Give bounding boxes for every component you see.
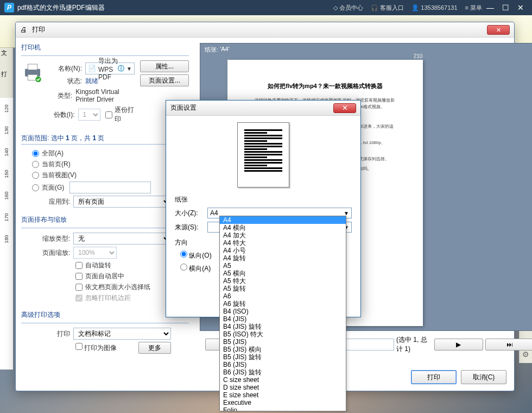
- nav-next-button[interactable]: ▶: [434, 339, 483, 351]
- paper-size-option[interactable]: A4 旋转: [220, 254, 346, 262]
- range-all-label: 全部(A): [42, 149, 64, 158]
- page-setup-button[interactable]: 页面设置...: [140, 74, 189, 86]
- sidebar-tab-1[interactable]: 文: [0, 48, 12, 58]
- printer-name-value: 导出为WPS PDF: [98, 57, 118, 81]
- landscape-label: 横向(A): [189, 265, 211, 272]
- paper-size-option[interactable]: B6 (JIS): [220, 361, 346, 368]
- apply-to-label: 应用到:: [21, 197, 70, 206]
- printer-section-label: 打印机: [21, 43, 189, 52]
- paper-size-option[interactable]: B4 (JIS) 旋转: [220, 323, 346, 330]
- scale-type-select[interactable]: 无: [73, 233, 171, 245]
- hamburger-icon: ≡: [465, 4, 468, 11]
- vertical-ruler: 120130140150160170180: [0, 98, 13, 370]
- print-as-image-label: 打印为图像: [84, 344, 117, 352]
- print-dialog-close[interactable]: ✕: [487, 25, 510, 35]
- sidebar-tab-2[interactable]: 打: [0, 69, 12, 79]
- print-what-label: 打印: [21, 329, 70, 339]
- type-label: 类型:: [49, 91, 72, 101]
- page-setup-close[interactable]: ✕: [333, 103, 356, 113]
- paper-size-option[interactable]: B4 (JIS): [220, 315, 346, 323]
- paper-size-option[interactable]: A5: [220, 262, 346, 270]
- support-link[interactable]: 🎧客服入口: [371, 4, 404, 12]
- printer-name-label: 名称(N):: [49, 64, 82, 73]
- paper-size-option[interactable]: A4 特大: [220, 239, 346, 247]
- size-label: 大小(Z):: [175, 209, 207, 218]
- more-options-button[interactable]: 更多: [138, 342, 171, 354]
- range-current-radio[interactable]: [32, 161, 39, 168]
- printer-icon: [21, 60, 44, 83]
- paper-label: 纸张:: [205, 46, 218, 54]
- paper-size-option[interactable]: A4 横向: [220, 224, 346, 231]
- paper-size-option[interactable]: E size sheet: [220, 391, 346, 399]
- paper-size-option[interactable]: B6 (JIS) 旋转: [220, 368, 346, 376]
- page-scale-select[interactable]: 100%: [73, 247, 117, 259]
- info-icon[interactable]: ⓘ: [118, 64, 124, 73]
- by-pdf-size-label: 依文档页面大小选择纸: [85, 283, 150, 292]
- member-center-link[interactable]: ◇会员中心: [333, 4, 363, 12]
- paper-size-option[interactable]: B5 (JIS) 旋转: [220, 353, 346, 361]
- paper-size-option[interactable]: B5 (JIS): [220, 338, 346, 346]
- paper-size-option[interactable]: A4 加大: [220, 231, 346, 239]
- range-info: 选中 1 页，共 1 页: [51, 134, 105, 142]
- paper-size-option[interactable]: A4: [220, 216, 346, 224]
- type-value: Kingsoft Virtual Printer Driver: [75, 88, 135, 103]
- paper-size-option[interactable]: Folio: [220, 406, 346, 411]
- pages-input[interactable]: [69, 182, 151, 193]
- collate-checkbox[interactable]: [105, 111, 112, 118]
- print-dialog-title: 打印: [32, 25, 45, 34]
- app-logo-icon: P: [4, 3, 14, 12]
- paper-size-dropdown[interactable]: A4A4 横向A4 加大A4 特大A4 小号A4 旋转A5A5 横向A5 特大A…: [219, 216, 346, 411]
- by-pdf-size-checkbox[interactable]: [75, 284, 83, 291]
- page-setup-title: 页面设置: [170, 103, 197, 112]
- minimize-button[interactable]: —: [483, 3, 497, 12]
- paper-size-option[interactable]: A6: [220, 292, 346, 300]
- app-title: pdf格式的文件迅捷PDF编辑器: [17, 3, 105, 12]
- paper-size-option[interactable]: A4 小号: [220, 247, 346, 254]
- range-view-radio[interactable]: [32, 172, 39, 179]
- apply-to-select[interactable]: 所有页面: [73, 196, 171, 208]
- landscape-radio-row[interactable]: 横向(A): [180, 264, 211, 273]
- adv-section-label: 高级打印选项: [21, 310, 189, 320]
- paper-size-option[interactable]: A5 特大: [220, 277, 346, 285]
- auto-center-label: 页面自动居中: [85, 272, 124, 281]
- landscape-radio[interactable]: [180, 264, 187, 271]
- paper-size-option[interactable]: A6 旋转: [220, 300, 346, 308]
- paper-size-option[interactable]: A5 横向: [220, 270, 346, 277]
- range-all-radio[interactable]: [32, 150, 39, 157]
- paper-size-option[interactable]: C size sheet: [220, 376, 346, 384]
- paper-size-option[interactable]: B5 (ISO) 特大: [220, 330, 346, 338]
- layout-section-label: 页面排布与缩放: [21, 215, 189, 224]
- scale-type-label: 缩放类型:: [21, 234, 70, 243]
- dropdown-arrow-icon: ▼: [344, 210, 349, 216]
- auto-rotate-checkbox[interactable]: [75, 262, 83, 269]
- main-menu[interactable]: ≡菜单: [465, 4, 482, 12]
- paper-size-option[interactable]: D size sheet: [220, 384, 346, 391]
- headset-icon: 🎧: [371, 4, 378, 11]
- account-phone[interactable]: 👤13538567131: [411, 4, 457, 11]
- paper-size-option[interactable]: B4 (ISO): [220, 308, 346, 315]
- print-as-image-checkbox[interactable]: [75, 343, 83, 350]
- page-scale-label: 页面缩放:: [21, 248, 70, 258]
- nav-last-button[interactable]: ⏭: [485, 339, 532, 351]
- print-what-select[interactable]: 文档和标记: [73, 328, 171, 340]
- auto-center-checkbox[interactable]: [75, 273, 83, 280]
- portrait-radio[interactable]: [180, 251, 187, 258]
- paper-size-option[interactable]: A5 旋转: [220, 285, 346, 292]
- portrait-radio-row[interactable]: 纵向(O): [180, 251, 212, 260]
- status-value: 就绪: [85, 77, 98, 86]
- paper-size-option[interactable]: B5 (JIS) 横向: [220, 346, 346, 353]
- range-pages-radio[interactable]: [32, 184, 39, 191]
- paper-size-option[interactable]: Executive: [220, 399, 346, 406]
- print-dialog-titlebar: 🖨 打印 ✕: [16, 22, 514, 37]
- range-section-label: 页面范围:: [21, 134, 49, 142]
- preview-width-label: 210: [200, 53, 532, 59]
- ignore-margin-checkbox: [75, 295, 83, 302]
- status-label: 状态:: [49, 77, 82, 86]
- maximize-button[interactable]: ☐: [498, 3, 512, 12]
- dropdown-arrow-icon[interactable]: ▼: [126, 66, 132, 72]
- copies-input[interactable]: 1: [78, 109, 100, 121]
- cancel-button[interactable]: 取消(C): [461, 370, 506, 384]
- close-button[interactable]: ✕: [514, 3, 528, 12]
- properties-button[interactable]: 属性...: [140, 60, 189, 72]
- print-button[interactable]: 打印: [411, 370, 457, 384]
